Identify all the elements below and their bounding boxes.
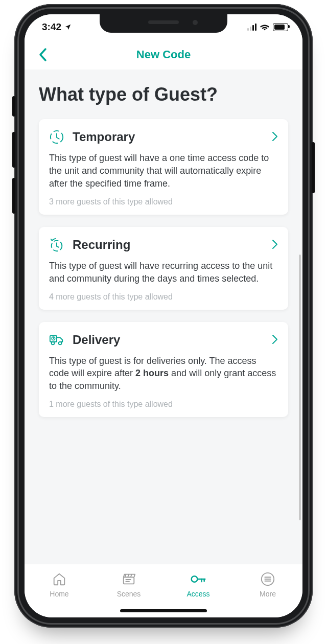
card-allowance: 3 more guests of this type allowed xyxy=(49,197,278,206)
card-title: Recurring xyxy=(73,238,130,252)
side-button xyxy=(12,96,15,117)
scrollbar[interactable] xyxy=(299,255,301,520)
home-indicator[interactable] xyxy=(120,609,207,612)
chevron-right-icon xyxy=(272,239,278,251)
cellular-signal-icon xyxy=(247,24,256,31)
home-icon xyxy=(52,571,67,587)
guest-type-delivery[interactable]: Delivery This type of guest is for deliv… xyxy=(39,322,288,417)
card-description: This type of guest is for deliveries onl… xyxy=(49,355,278,393)
card-title: Delivery xyxy=(73,333,120,347)
chevron-right-icon xyxy=(272,334,278,347)
recurring-clock-icon xyxy=(49,237,64,252)
chevron-right-icon xyxy=(272,131,278,144)
battery-icon xyxy=(273,23,288,31)
tab-label: Scenes xyxy=(117,590,141,598)
card-description: This type of guest will have recurring a… xyxy=(49,260,278,285)
guest-type-recurring[interactable]: Recurring This type of guest will have r… xyxy=(39,227,288,310)
card-description: This type of guest will have a one time … xyxy=(49,152,278,190)
volume-down-button xyxy=(12,178,15,214)
back-button[interactable] xyxy=(33,44,53,65)
location-arrow-icon xyxy=(64,24,72,31)
volume-up-button xyxy=(12,132,15,168)
nav-header: New Code xyxy=(25,40,302,70)
card-allowance: 1 more guests of this type allowed xyxy=(49,400,278,409)
clapperboard-icon xyxy=(121,571,136,587)
key-icon xyxy=(191,571,206,587)
svg-point-7 xyxy=(192,576,198,582)
tab-more[interactable]: More xyxy=(233,564,302,617)
card-title: Temporary xyxy=(73,130,135,144)
header-title: New Code xyxy=(136,48,191,61)
tab-home[interactable]: Home xyxy=(25,564,94,617)
phone-frame: 3:42 New Code Wh xyxy=(14,4,313,628)
content: What type of Guest? Temporary This type … xyxy=(25,70,302,417)
tab-bar: Home Scenes Access More xyxy=(25,564,302,617)
delivery-truck-icon xyxy=(49,332,64,348)
status-time: 3:42 xyxy=(42,21,72,33)
svg-point-4 xyxy=(59,341,62,344)
tab-label: Home xyxy=(50,590,68,598)
guest-type-temporary[interactable]: Temporary This type of guest will have a… xyxy=(39,119,288,214)
clock-icon xyxy=(49,129,64,145)
svg-point-3 xyxy=(52,341,55,344)
tab-label: Access xyxy=(186,590,209,598)
chevron-left-icon xyxy=(38,47,48,62)
page-title: What type of Guest? xyxy=(39,84,288,105)
power-button xyxy=(312,142,315,193)
tab-label: More xyxy=(260,590,276,598)
notch xyxy=(100,14,227,33)
card-allowance: 4 more guests of this type allowed xyxy=(49,292,278,302)
screen: 3:42 New Code Wh xyxy=(25,14,302,617)
wifi-icon xyxy=(260,24,270,31)
more-menu-icon xyxy=(260,571,275,587)
svg-rect-6 xyxy=(124,577,134,584)
